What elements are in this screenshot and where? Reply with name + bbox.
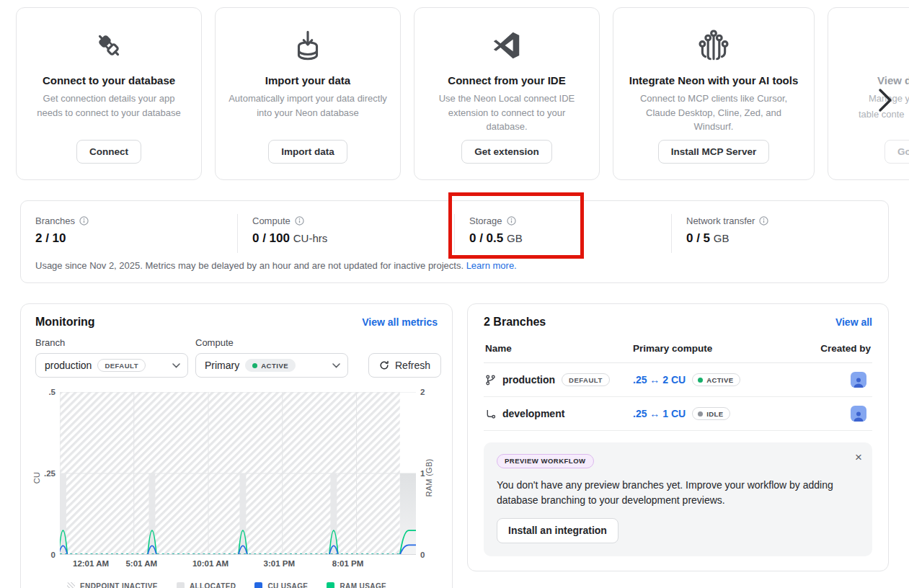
card-title: Integrate Neon with your AI tools — [629, 74, 798, 86]
table-row-development[interactable]: development .25 ↔ 1 CU IDLE — [484, 397, 872, 431]
compute-select[interactable]: Primary ACTIVE — [195, 353, 348, 378]
compute-select-value: Primary — [205, 360, 239, 371]
stat-label: Branches — [35, 215, 75, 226]
left-axis-ticks: .5.250 — [35, 392, 60, 555]
color-swatch — [327, 582, 334, 588]
stat-compute: Compute 0 / 100 CU-hrs — [237, 214, 454, 253]
table-row-production[interactable]: production DEFAULT .25 ↔ 2 CU ACTIVE — [484, 363, 872, 397]
info-icon[interactable] — [295, 216, 304, 226]
stat-storage: Storage 0 / 0.5 GB — [454, 214, 671, 253]
card-import-data: Import your data Automatically import yo… — [215, 7, 401, 180]
connect-button[interactable]: Connect — [76, 140, 141, 164]
avatar — [851, 406, 866, 422]
compute-size-link[interactable]: .25 ↔ 2 CU — [633, 374, 686, 386]
default-badge: DEFAULT — [562, 373, 610, 386]
x-tick: 12:01 AM — [73, 559, 109, 568]
branches-table-header: Name Primary compute Created by — [484, 343, 872, 363]
view-all-metrics-link[interactable]: View all metrics — [362, 316, 438, 328]
preview-workflow-card: PREVIEW WORKFLOW × You don't have any pr… — [484, 442, 872, 556]
legend-item: RAM USAGE — [327, 582, 386, 588]
branch-select-label: Branch — [35, 337, 188, 348]
compute-select-label: Compute — [195, 337, 348, 348]
info-icon[interactable] — [759, 216, 768, 226]
status-dot — [698, 411, 703, 416]
close-icon[interactable]: × — [855, 451, 862, 463]
card-description: Use the Neon Local connect IDE extension… — [427, 92, 586, 134]
y-tick: 0 — [420, 551, 425, 559]
legend-item: ENDPOINT INACTIVE — [67, 582, 158, 588]
status-badge-active: ACTIVE — [692, 373, 740, 386]
y-tick: 0 — [51, 551, 56, 559]
branch-name: development — [502, 408, 564, 419]
chevron-right-icon — [877, 88, 894, 115]
stat-unit: CU-hrs — [293, 232, 328, 244]
stat-value: 2 / 10 — [35, 231, 66, 245]
legend-item: ALLOCATED — [177, 582, 236, 588]
branch-select-value: production — [45, 360, 92, 371]
view-all-branches-link[interactable]: View all — [835, 316, 872, 328]
chevron-down-icon — [172, 363, 180, 368]
preview-workflow-text: You don't have any preview branches yet.… — [497, 478, 859, 508]
color-swatch — [177, 582, 185, 588]
y-tick: .25 — [44, 469, 56, 478]
stat-label: Network transfer — [686, 215, 755, 226]
preview-workflow-badge: PREVIEW WORKFLOW — [497, 454, 594, 468]
card-ai-tools: Integrate Neon with your AI tools Connec… — [613, 7, 815, 180]
install-integration-button[interactable]: Install an integration — [497, 518, 618, 543]
legend-item: CU USAGE — [254, 582, 308, 588]
card-title: Import your data — [265, 74, 350, 86]
chevron-down-icon — [332, 363, 340, 368]
branch-select[interactable]: production DEFAULT — [35, 353, 188, 378]
vscode-icon — [490, 27, 523, 64]
legend-label: ALLOCATED — [190, 582, 236, 588]
x-tick: 8:01 PM — [332, 559, 363, 568]
monitoring-panel: Monitoring View all metrics Branch produ… — [20, 303, 453, 588]
refresh-icon — [379, 360, 389, 370]
stat-branches: Branches 2 / 10 — [21, 214, 237, 253]
column-primary-compute: Primary compute — [633, 343, 806, 354]
get-extension-button[interactable]: Get extension — [461, 140, 551, 164]
x-tick: 3:01 PM — [264, 559, 295, 568]
column-name: Name — [485, 343, 633, 354]
install-mcp-button[interactable]: Install MCP Server — [658, 140, 769, 164]
go-button[interactable]: Go — [884, 140, 909, 164]
column-created-by: Created by — [806, 343, 871, 354]
card-title: Connect to your database — [43, 74, 175, 86]
info-icon[interactable] — [507, 216, 516, 226]
x-tick: 10:01 AM — [192, 559, 229, 568]
learn-more-link[interactable]: Learn more. — [466, 260, 517, 271]
stat-value: 0 / 100 — [252, 231, 290, 245]
refresh-button[interactable]: Refresh — [368, 353, 441, 378]
x-tick: 5:01 AM — [125, 559, 157, 568]
child-branch-icon — [485, 409, 496, 419]
status-badge-idle: IDLE — [692, 407, 730, 420]
stat-network-transfer: Network transfer 0 / 5 GB — [671, 214, 888, 253]
refresh-label: Refresh — [395, 360, 430, 371]
y-tick: 2 — [420, 388, 425, 396]
import-data-button[interactable]: Import data — [268, 140, 347, 164]
branch-name: production — [502, 374, 555, 386]
card-connect-database: Connect to your database Get connection … — [16, 7, 202, 180]
card-description: Automatically import your data directly … — [229, 92, 387, 120]
stat-unit: GB — [714, 232, 730, 244]
card-description: Connect to MCP clients like Cursor, Clau… — [626, 92, 801, 134]
person-icon — [853, 411, 864, 422]
compute-size-link[interactable]: .25 ↔ 1 CU — [633, 408, 686, 419]
mcp-circuit-icon — [696, 27, 732, 64]
card-description: Get connection details your app needs to… — [30, 92, 188, 120]
stat-value: 0 / 5 — [686, 231, 710, 245]
avatar — [851, 372, 866, 388]
stat-label: Compute — [252, 215, 291, 226]
legend-label: CU USAGE — [267, 582, 308, 588]
usage-chart: CU .5.250 210 RAM (GB) — [35, 392, 438, 555]
stat-value: 0 / 0.5 — [469, 231, 503, 245]
info-icon[interactable] — [79, 216, 89, 226]
y-tick: .5 — [48, 388, 56, 396]
active-badge: ACTIVE — [245, 359, 296, 372]
branches-title: 2 Branches — [484, 316, 546, 329]
usage-note: Usage since Nov 2, 2025. Metrics may be … — [21, 256, 888, 282]
card-connect-ide: Connect from your IDE Use the Neon Local… — [414, 7, 600, 180]
y-axis-label-ram: RAM (GB) — [424, 458, 433, 496]
database-import-icon — [290, 27, 326, 64]
carousel-next-button[interactable] — [869, 81, 902, 121]
